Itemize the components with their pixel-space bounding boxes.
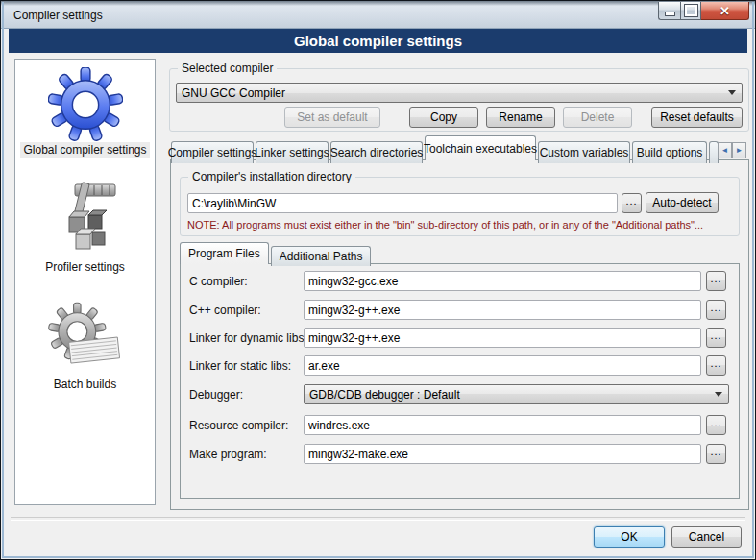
static-linker-label: Linker for static libs: [189, 359, 291, 373]
arrow-right-icon: ► [736, 146, 744, 155]
chevron-down-icon [728, 90, 736, 95]
resource-compiler-browse-button[interactable]: ... [706, 415, 726, 435]
cpp-compiler-label: C++ compiler: [189, 304, 261, 317]
tab-additional-paths[interactable]: Additional Paths [271, 246, 372, 266]
auto-detect-button[interactable]: Auto-detect [646, 192, 719, 213]
dynamic-linker-browse-button[interactable]: ... [706, 328, 726, 348]
program-tabs: Program Files Additional Paths [180, 242, 373, 264]
maximize-button[interactable] [680, 2, 701, 20]
debugger-select[interactable]: GDB/CDB debugger : Default [304, 384, 729, 404]
gear-blue-icon [48, 67, 123, 142]
sidebar-item-label: Global compiler settings [20, 142, 149, 158]
compiler-select[interactable]: GNU GCC Compiler [176, 83, 743, 103]
cancel-button[interactable]: Cancel [671, 526, 742, 548]
ok-button[interactable]: OK [594, 526, 665, 548]
settings-sidebar: Global compiler settings Profiler settin… [14, 59, 156, 505]
minimize-button[interactable] [658, 2, 680, 20]
close-button[interactable]: ✕ [701, 2, 749, 20]
install-dir-group-label: Compiler's installation directory [188, 170, 355, 183]
debugger-select-value: GDB/CDB debugger : Default [309, 388, 460, 402]
page-title: Global compiler settings [294, 33, 462, 49]
copy-button[interactable]: Copy [409, 107, 478, 128]
tab-scroll-left-button[interactable]: ◄ [718, 142, 732, 158]
arrow-left-icon: ◄ [721, 146, 729, 155]
c-compiler-label: C compiler: [189, 275, 248, 288]
install-dir-browse-button[interactable]: ... [622, 193, 642, 213]
tab-scroll-buttons: ◄ ► [718, 142, 746, 158]
dynamic-linker-label: Linker for dynamic libs: [189, 331, 307, 345]
chevron-down-icon [715, 392, 722, 397]
tab-custom-variables[interactable]: Custom variables [538, 141, 630, 163]
delete-button[interactable]: Delete [563, 107, 632, 128]
debugger-label: Debugger: [189, 388, 243, 402]
install-dir-note: NOTE: All programs must exist either in … [187, 219, 703, 231]
footer-separator [11, 517, 745, 521]
resource-compiler-input[interactable] [304, 415, 701, 435]
set-as-default-button[interactable]: Set as default [284, 107, 380, 128]
sidebar-item-label: Profiler settings [42, 259, 128, 275]
compiler-settings-dialog: Compiler settings ✕ Global compiler sett… [0, 0, 756, 560]
sidebar-item-global-compiler-settings[interactable]: Global compiler settings [20, 67, 149, 158]
compiler-tabs: Compiler settings Linker settings Search… [171, 135, 720, 160]
make-program-input[interactable] [304, 444, 701, 464]
install-dir-input[interactable] [187, 193, 618, 213]
selected-compiler-group-label: Selected compiler [178, 61, 277, 75]
make-program-browse-button[interactable]: ... [706, 444, 726, 464]
page-title-banner: Global compiler settings [9, 29, 747, 53]
c-compiler-browse-button[interactable]: ... [706, 271, 726, 291]
tab-search-directories[interactable]: Search directories [330, 141, 423, 163]
minimize-icon [665, 12, 675, 16]
maximize-icon [685, 5, 697, 16]
title-bar[interactable]: Compiler settings ✕ [1, 1, 755, 29]
cpp-compiler-input[interactable] [304, 300, 701, 320]
caliper-icon [46, 181, 123, 259]
c-compiler-input[interactable] [304, 271, 701, 291]
dynamic-linker-input[interactable] [304, 328, 701, 348]
window-title: Compiler settings [13, 9, 103, 22]
resource-compiler-label: Resource compiler: [189, 419, 288, 432]
tab-toolchain-executables[interactable]: Toolchain executables [425, 135, 536, 160]
static-linker-input[interactable] [304, 355, 701, 376]
cpp-compiler-browse-button[interactable]: ... [706, 300, 726, 320]
make-program-label: Make program: [189, 448, 267, 461]
sidebar-item-label: Batch builds [51, 377, 119, 392]
rename-button[interactable]: Rename [486, 107, 555, 128]
sidebar-item-profiler-settings[interactable]: Profiler settings [42, 181, 128, 275]
tab-build-options[interactable]: Build options [632, 141, 707, 163]
tab-scroll-right-button[interactable]: ► [732, 142, 746, 158]
compiler-select-value: GNU GCC Compiler [182, 86, 285, 100]
tab-linker-settings[interactable]: Linker settings [256, 141, 329, 163]
sidebar-item-batch-builds[interactable]: Batch builds [47, 300, 124, 392]
window-controls: ✕ [658, 2, 749, 20]
tab-program-files[interactable]: Program Files [180, 242, 269, 264]
static-linker-browse-button[interactable]: ... [706, 355, 726, 376]
gear-stack-icon [47, 300, 124, 377]
reset-defaults-button[interactable]: Reset defaults [651, 107, 743, 128]
tab-compiler-settings[interactable]: Compiler settings [171, 141, 254, 163]
close-icon: ✕ [719, 5, 730, 17]
